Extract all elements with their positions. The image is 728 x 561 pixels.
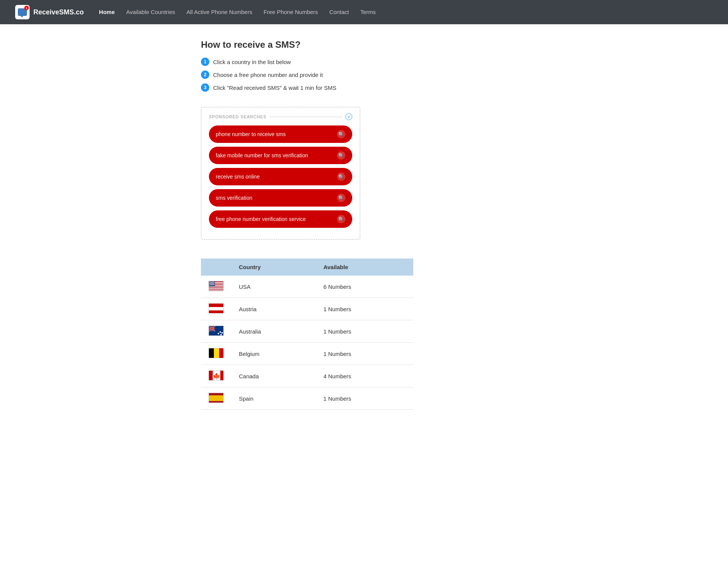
- svg-text:🍁: 🍁: [213, 373, 220, 380]
- search-btn-2[interactable]: receive sms online 🔍: [209, 168, 352, 185]
- country-name: Canada: [231, 365, 316, 387]
- svg-rect-5: [209, 287, 224, 288]
- nav-contact[interactable]: Contact: [329, 9, 349, 15]
- country-name: USA: [231, 276, 316, 298]
- step-badge-1: 1: [201, 58, 209, 66]
- country-flag-australia: [209, 326, 224, 336]
- svg-rect-30: [209, 307, 224, 310]
- country-name: Belgium: [231, 343, 316, 365]
- step-text-1: Click a country in the list below: [213, 59, 291, 65]
- flag-cell: 🍁: [201, 365, 231, 387]
- nav-all-active[interactable]: All Active Phone Numbers: [187, 9, 252, 15]
- country-name: Australia: [231, 320, 316, 343]
- table-row[interactable]: Belgium 1 Numbers: [201, 343, 413, 365]
- svg-point-45: [220, 334, 222, 335]
- table-header-row: Country Available: [201, 259, 413, 276]
- svg-rect-31: [209, 310, 224, 313]
- svg-rect-6: [209, 289, 224, 290]
- svg-point-21: [210, 284, 211, 285]
- available-count: 1 Numbers: [316, 343, 413, 365]
- svg-point-23: [213, 284, 213, 285]
- search-btn-1[interactable]: fake mobile number for sms verification …: [209, 147, 352, 164]
- svg-rect-54: [209, 395, 224, 401]
- svg-point-12: [213, 282, 214, 282]
- country-flag-canada: 🍁: [209, 370, 224, 381]
- available-count: 4 Numbers: [316, 365, 413, 387]
- flag-cell: [201, 276, 231, 298]
- sponsored-header: SPONSORED SEARCHES i: [209, 113, 352, 120]
- brand-icon: 1: [15, 5, 30, 19]
- country-table: Country Available: [201, 259, 413, 410]
- svg-point-26: [211, 285, 212, 285]
- svg-point-11: [212, 282, 213, 282]
- table-row[interactable]: Austria 1 Numbers: [201, 298, 413, 320]
- svg-rect-7: [209, 290, 224, 291]
- table-row[interactable]: Australia 1 Numbers: [201, 320, 413, 343]
- step-3: 3 Click "Read received SMS" & wait 1 min…: [201, 83, 527, 92]
- steps-list: 1 Click a country in the list below 2 Ch…: [201, 58, 527, 92]
- svg-point-44: [221, 332, 223, 334]
- svg-point-17: [209, 283, 210, 284]
- nav-links: Home Available Countries All Active Phon…: [99, 9, 376, 16]
- search-btn-0[interactable]: phone number to receive sms 🔍: [209, 125, 352, 143]
- search-btn-3[interactable]: sms verification 🔍: [209, 189, 352, 207]
- search-icon-4: 🔍: [337, 215, 345, 223]
- svg-point-42: [218, 333, 219, 334]
- svg-point-43: [220, 331, 221, 333]
- step-text-2: Choose a free phone number and provide i…: [213, 72, 323, 78]
- country-flag-austria: [209, 303, 224, 313]
- page-title: How to receive a SMS?: [201, 39, 527, 50]
- svg-point-27: [212, 285, 213, 285]
- svg-point-24: [214, 284, 215, 285]
- flag-cell: [201, 298, 231, 320]
- svg-rect-51: [220, 371, 224, 381]
- available-count: 1 Numbers: [316, 387, 413, 410]
- col-flag: [201, 259, 231, 276]
- table-row[interactable]: 🍁 Canada 4 Numbers: [201, 365, 413, 387]
- svg-point-9: [209, 282, 210, 282]
- nav-home[interactable]: Home: [99, 9, 115, 15]
- sponsored-section: SPONSORED SEARCHES i phone number to rec…: [201, 107, 360, 240]
- nav-available-countries[interactable]: Available Countries: [126, 9, 175, 15]
- navbar: 1 ReceiveSMS.co Home Available Countries…: [0, 0, 728, 24]
- search-btn-label-2: receive sms online: [216, 174, 260, 180]
- info-icon[interactable]: i: [345, 113, 352, 120]
- svg-rect-46: [209, 348, 214, 358]
- svg-rect-47: [214, 348, 219, 358]
- search-icon-1: 🔍: [337, 151, 345, 160]
- brand-name: ReceiveSMS.co: [33, 8, 84, 16]
- search-btn-label-0: phone number to receive sms: [216, 131, 286, 137]
- nav-free-numbers[interactable]: Free Phone Numbers: [264, 9, 318, 15]
- svg-point-19: [212, 283, 213, 284]
- search-btn-4[interactable]: free phone number verification service 🔍: [209, 210, 352, 228]
- col-available: Available: [316, 259, 413, 276]
- nav-terms[interactable]: Terms: [360, 9, 376, 15]
- step-text-3: Click "Read received SMS" & wait 1 min f…: [213, 85, 336, 91]
- sponsored-divider: [270, 117, 342, 117]
- svg-point-22: [211, 284, 212, 285]
- flag-cell: [201, 320, 231, 343]
- step-badge-3: 3: [201, 83, 209, 92]
- svg-point-20: [213, 283, 214, 284]
- svg-point-28: [213, 285, 214, 285]
- svg-point-14: [211, 282, 212, 283]
- country-name: Spain: [231, 387, 316, 410]
- step-2: 2 Choose a free phone number and provide…: [201, 71, 527, 79]
- svg-point-10: [211, 282, 212, 282]
- search-btn-label-4: free phone number verification service: [216, 216, 306, 222]
- search-btn-label-3: sms verification: [216, 195, 252, 201]
- col-country: Country: [231, 259, 316, 276]
- country-flag-belgium: [209, 348, 224, 358]
- brand-link[interactable]: 1 ReceiveSMS.co: [15, 5, 84, 19]
- svg-point-13: [210, 282, 211, 283]
- search-btn-label-1: fake mobile number for sms verification: [216, 152, 308, 158]
- table-row[interactable]: Spain 1 Numbers: [201, 387, 413, 410]
- svg-point-18: [211, 283, 212, 284]
- svg-point-16: [214, 282, 215, 283]
- svg-rect-50: [209, 371, 213, 381]
- table-row[interactable]: USA 6 Numbers: [201, 276, 413, 298]
- notification-badge: 1: [24, 6, 29, 10]
- available-count: 1 Numbers: [316, 298, 413, 320]
- svg-rect-29: [209, 304, 224, 307]
- search-icon-0: 🔍: [337, 130, 345, 138]
